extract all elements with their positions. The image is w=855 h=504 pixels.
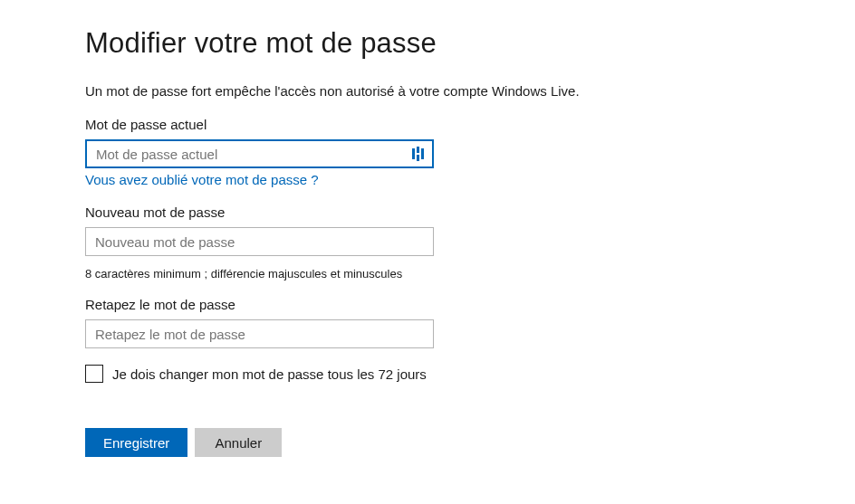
expiry-checkbox[interactable] [85,365,103,383]
svg-rect-0 [412,148,415,159]
svg-rect-3 [421,148,424,159]
page-title: Modifier votre mot de passe [85,27,855,60]
password-hint: 8 caractères minimum ; différencie majus… [85,267,855,281]
cancel-button[interactable]: Annuler [195,428,282,457]
retype-password-input[interactable] [85,319,434,348]
svg-rect-1 [417,147,419,153]
expiry-checkbox-label[interactable]: Je dois changer mon mot de passe tous le… [112,366,427,382]
current-password-input[interactable] [85,139,434,168]
current-password-group: Mot de passe actuel Vous avez oublié vot… [85,117,855,188]
current-password-label: Mot de passe actuel [85,117,855,132]
retype-password-wrapper [85,319,434,348]
expiry-checkbox-row: Je dois changer mon mot de passe tous le… [85,365,855,383]
forgot-password-link[interactable]: Vous avez oublié votre mot de passe ? [85,172,319,187]
password-reveal-icon[interactable] [410,146,427,162]
current-password-wrapper [85,139,434,168]
retype-password-label: Retapez le mot de passe [85,297,855,312]
save-button[interactable]: Enregistrer [85,428,187,457]
new-password-label: Nouveau mot de passe [85,204,855,220]
page-description: Un mot de passe fort empêche l'accès non… [85,83,855,99]
new-password-group: Nouveau mot de passe [85,204,855,256]
svg-rect-2 [417,155,419,161]
button-row: Enregistrer Annuler [85,428,855,457]
new-password-wrapper [85,227,434,256]
new-password-input[interactable] [85,227,434,256]
retype-password-group: Retapez le mot de passe [85,297,855,348]
